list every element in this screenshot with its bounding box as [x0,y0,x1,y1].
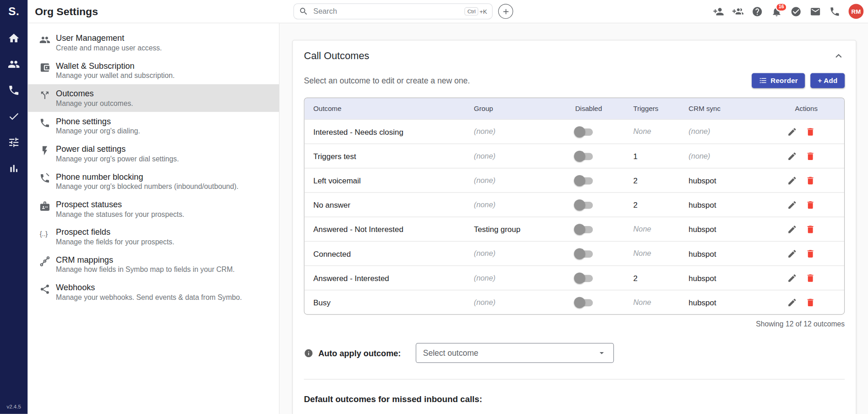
column-header-disabled: Disabled [566,105,624,112]
topbar-add-team-button[interactable] [732,6,743,17]
topbar-tasks-done-button[interactable] [791,6,802,17]
edit-outcome-button[interactable] [787,248,797,259]
users-icon [8,58,20,71]
quick-add-button[interactable] [498,4,513,19]
add-outcome-button[interactable]: + Add [811,73,845,88]
plus-icon [501,7,510,16]
menu-item-description: Manage your org's dialing. [56,127,140,136]
sidebar-item-crm-mappings[interactable]: CRM mappings Manage how fields in Symbo … [27,250,279,278]
edit-outcome-button[interactable] [787,200,797,210]
rail-item-tasks[interactable] [8,110,20,122]
delete-outcome-button[interactable] [805,224,815,234]
disabled-toggle[interactable] [575,299,593,306]
sidebar-item-prospect-fields[interactable]: Prospect fields Manage the fields for yo… [27,223,279,250]
outcomes-table: OutcomeGroupDisabledTriggersCRM syncActi… [304,98,845,315]
disabled-toggle[interactable] [575,226,593,233]
sidebar-item-prospect-statuses[interactable]: Prospect statuses Manage the statuses fo… [27,195,279,222]
braces-icon [39,228,50,239]
cell-group: Testing group [465,225,566,233]
edit-outcome-button[interactable] [787,273,797,283]
auto-apply-select[interactable]: Select outcome [416,343,614,363]
edit-outcome-button[interactable] [787,175,797,185]
sidebar-item-power-dial-settings[interactable]: Power dial settings Manage your org's po… [27,140,279,167]
table-row: Busy (none) None hubspot [305,290,844,314]
search-input[interactable] [312,7,465,17]
cell-actions [783,151,844,161]
add-button-label: + Add [818,77,837,84]
topbar-help-button[interactable] [752,6,763,17]
edit-outcome-button[interactable] [787,224,797,234]
column-header-crm-sync: CRM sync [680,105,783,112]
collapse-section-button[interactable] [833,50,845,62]
sidebar-item-phone-settings[interactable]: Phone settings Manage your org's dialing… [27,112,279,139]
menu-item-description: Create and manage user access. [56,43,162,53]
sidebar-item-webhooks[interactable]: Webhooks Manage your webhooks. Send even… [27,278,279,306]
shortcut-key-badge: Ctrl [464,7,478,16]
menu-item-label: Webhooks [56,282,242,293]
default-outcomes-heading: Default outcomes for missed inbound call… [304,394,845,404]
cell-triggers: None [624,249,680,258]
topbar-inbox-button[interactable] [810,6,821,17]
edit-outcome-button[interactable] [787,151,797,161]
rail-item-calls[interactable] [8,84,20,97]
rail-item-reports[interactable] [8,162,20,175]
cell-group: (none) [465,274,566,282]
cell-triggers: None [624,225,680,233]
auto-apply-select-value: Select outcome [423,348,479,357]
rail-nav [8,32,20,175]
sidebar-item-wallet-subscription[interactable]: Wallet & Subscription Manage your wallet… [27,56,279,84]
results-summary: Showing 12 of 12 outcomes [304,320,845,328]
menu-item-label: Phone settings [56,116,140,127]
phone-icon [8,84,20,97]
app-shell: Org Settings Ctrl +K 16RM User Managemen… [27,0,868,414]
app-rail: S. v2.4.5 [0,0,27,414]
edit-outcome-button[interactable] [787,297,797,307]
global-search[interactable]: Ctrl +K [294,3,493,19]
disabled-toggle[interactable] [575,153,593,160]
menu-item-description: Manage how fields in Symbo map to fields… [56,265,235,275]
cell-outcome: Answered - Interested [305,273,465,282]
disabled-toggle[interactable] [575,177,593,184]
cell-crm-sync: hubspot [680,225,783,233]
delete-outcome-button[interactable] [805,297,815,307]
sidebar-item-user-management[interactable]: User Management Create and manage user a… [27,29,279,56]
cell-triggers: 2 [624,176,680,185]
reorder-button[interactable]: Reorder [752,73,805,88]
column-header-actions: Actions [783,105,844,112]
topbar-icons: 16RM [713,0,864,23]
column-header-group: Group [465,105,566,112]
pencil-icon [787,175,797,185]
sidebar-item-phone-number-blocking[interactable]: Phone number blocking Manage your org's … [27,167,279,195]
rail-item-settings[interactable] [8,136,20,149]
topbar-dialer-button[interactable] [829,6,840,17]
delete-outcome-button[interactable] [805,248,815,259]
delete-outcome-button[interactable] [805,151,815,161]
delete-outcome-button[interactable] [805,127,815,137]
edit-outcome-button[interactable] [787,127,797,137]
cell-actions [783,175,844,185]
disabled-toggle[interactable] [575,250,593,258]
menu-item-description: Manage your outcomes. [56,99,133,108]
table-row: Left voicemail (none) 2 hubspot [305,168,844,192]
disabled-toggle[interactable] [575,202,593,209]
sidebar-item-outcomes[interactable]: Outcomes Manage your outcomes. [27,84,279,112]
notification-badge: 16 [775,2,787,11]
topbar-notifications-button[interactable]: 16 [771,6,782,17]
cell-outcome: Left voicemail [305,176,465,185]
topbar-add-user-button[interactable] [713,6,724,17]
cell-outcome: Busy [305,298,465,307]
cell-group: (none) [465,249,566,258]
delete-outcome-button[interactable] [805,200,815,210]
app-root: S. v2.4.5 Org Settings Ctrl +K 16RM [0,0,868,414]
avatar[interactable]: RM [849,4,864,19]
table-row: Interested - Needs closing (none) None (… [305,119,844,144]
rail-item-home[interactable] [8,32,20,44]
disabled-toggle[interactable] [575,275,593,282]
rail-item-contacts[interactable] [8,58,20,71]
delete-outcome-button[interactable] [805,175,815,185]
cell-outcome: Triggers test [305,152,465,160]
trash-icon [805,151,815,161]
delete-outcome-button[interactable] [805,273,815,283]
disabled-toggle[interactable] [575,128,593,136]
cell-actions [783,224,844,234]
